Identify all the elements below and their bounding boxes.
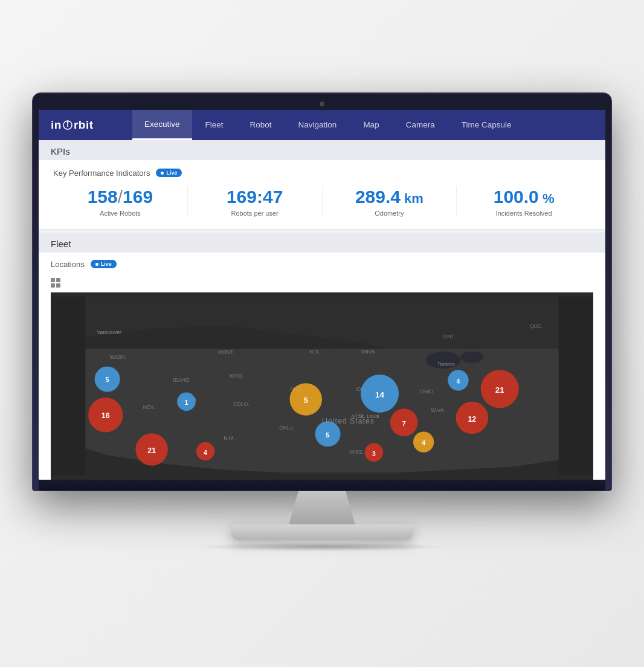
svg-text:12: 12 [468, 415, 476, 424]
kpi-metric-incidents: 100.0 % Incidents Resolved [457, 186, 591, 217]
tab-fleet[interactable]: Fleet [192, 110, 237, 140]
grid-cell-1 [51, 278, 55, 282]
grid-cell-3 [51, 283, 55, 288]
logo-text: in rbit [51, 118, 94, 132]
live-icon [161, 172, 164, 175]
page-wrapper: in rbit Executive [0, 0, 644, 667]
kpi-label-active-robots: Active Robots [59, 210, 181, 217]
svg-text:OKLA.: OKLA. [279, 424, 294, 430]
svg-text:1: 1 [185, 398, 188, 405]
logo-area: in rbit [39, 110, 132, 140]
screen: in rbit Executive [39, 110, 605, 480]
svg-text:21: 21 [147, 446, 156, 454]
svg-point-1 [66, 121, 68, 123]
kpi-metric-robots-per-user: 169:47 Robots per user [188, 186, 323, 217]
map-container: WASH. MONT. IDAHO NEV. UTAH COLO. N.M. N… [51, 292, 593, 480]
map-svg: WASH. MONT. IDAHO NEV. UTAH COLO. N.M. N… [51, 292, 593, 480]
grid-cell-4 [56, 283, 60, 288]
svg-text:4: 4 [422, 439, 425, 446]
kpi-label-odometry: Odometry [329, 210, 451, 217]
fleet-section-label: Fleet [39, 233, 605, 253]
svg-text:MONT.: MONT. [218, 349, 234, 355]
svg-text:MINN.: MINN. [361, 348, 376, 354]
svg-text:14: 14 [375, 390, 384, 399]
locations-card: Locations Live [39, 253, 605, 480]
kpi-value-robots-per-user: 169:47 [194, 186, 316, 208]
svg-text:5: 5 [304, 396, 308, 404]
top-nav: in rbit Executive [39, 110, 605, 140]
svg-text:5: 5 [326, 431, 330, 439]
svg-text:4: 4 [457, 378, 460, 385]
svg-text:IDAHO: IDAHO [173, 377, 190, 383]
locations-header: Locations Live [51, 260, 593, 269]
svg-text:N.D.: N.D. [309, 348, 320, 354]
svg-text:WYO.: WYO. [230, 372, 243, 378]
svg-text:QUE.: QUE. [530, 323, 543, 329]
svg-point-15 [460, 351, 483, 362]
svg-text:W.VA.: W.VA. [431, 407, 445, 413]
tab-robot[interactable]: Robot [237, 110, 285, 140]
kpis-section-label: KPIs [39, 140, 605, 160]
tab-camera[interactable]: Camera [393, 110, 448, 140]
svg-text:21: 21 [495, 385, 504, 395]
svg-text:COLO.: COLO. [233, 401, 250, 407]
svg-text:ONT.: ONT. [443, 333, 456, 339]
monitor-stand-neck [283, 491, 361, 524]
monitor-body: in rbit Executive [32, 92, 612, 491]
svg-text:NEV.: NEV. [143, 404, 155, 410]
kpi-value-odometry: 289.4 km [329, 186, 451, 208]
svg-text:4: 4 [204, 448, 207, 456]
nav-tabs: Executive Fleet Robot Navigation Map [132, 110, 605, 140]
monitor-wrapper: in rbit Executive [32, 92, 612, 551]
kpi-value-incidents: 100.0 % [463, 186, 585, 208]
svg-text:7: 7 [402, 419, 405, 427]
tab-timecapsule[interactable]: Time Capsule [448, 110, 525, 140]
kpi-value-active-robots: 158/169 [59, 186, 181, 208]
monitor-stand-base [231, 524, 413, 540]
live-badge: Live [156, 169, 182, 177]
monitor-shadow [195, 543, 449, 551]
kpi-metric-active-robots: 158/169 Active Robots [53, 186, 188, 217]
locations-title: Locations [51, 260, 85, 269]
kpi-card: Key Performance Indicators Live 158/169 [39, 160, 605, 229]
svg-text:3: 3 [372, 450, 376, 457]
svg-text:WASH.: WASH. [109, 354, 126, 360]
grid-cell-2 [56, 278, 60, 282]
camera [320, 102, 324, 106]
monitor-bottom-bezel [39, 480, 605, 491]
kpi-metric-odometry: 289.4 km Odometry [323, 186, 457, 217]
locations-live-badge: Live [91, 260, 117, 268]
svg-text:16: 16 [101, 411, 110, 420]
svg-text:OHIO: OHIO [420, 388, 433, 395]
svg-text:5: 5 [105, 376, 109, 383]
kpi-label-robots-per-user: Robots per user [194, 210, 316, 217]
locations-live-dot [95, 263, 98, 266]
kpi-metrics-row: 158/169 Active Robots 169:47 Robots per … [53, 186, 591, 217]
svg-text:MISS.: MISS. [350, 448, 364, 454]
kpi-card-title: Key Performance Indicators [53, 169, 150, 178]
tab-navigation[interactable]: Navigation [285, 110, 350, 140]
svg-text:Vancouver: Vancouver [97, 329, 121, 335]
tab-executive[interactable]: Executive [132, 110, 192, 140]
kpi-label-incidents: Incidents Resolved [463, 210, 585, 217]
tab-map[interactable]: Map [350, 110, 392, 140]
svg-text:N.M.: N.M. [224, 434, 235, 440]
kpi-card-header: Key Performance Indicators Live [53, 169, 591, 178]
grid-icon-button[interactable] [51, 278, 60, 288]
svg-text:Toronto: Toronto [437, 361, 455, 367]
